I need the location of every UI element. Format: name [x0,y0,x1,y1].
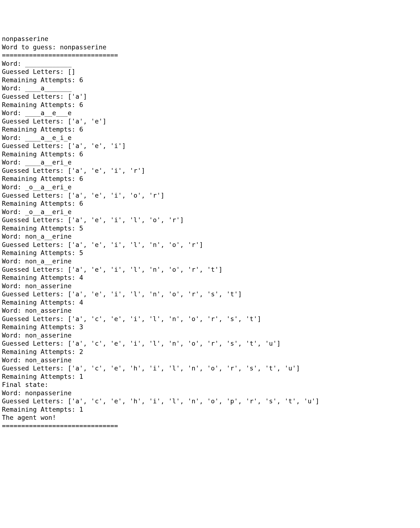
step-0-guessed: Guessed Letters: [] [2,68,418,76]
step-2-word: Word: ____a__e___e [2,109,418,117]
step-3-word: Word: ____a__e_i_e [2,134,418,142]
step-1-remaining: Remaining Attempts: 6 [2,101,418,109]
step-7-guessed: Guessed Letters: ['a', 'e', 'i', 'l', 'n… [2,241,418,249]
step-1-guessed: Guessed Letters: ['a'] [2,93,418,101]
step-10-word: Word: non_asserine [2,307,418,315]
step-2-remaining: Remaining Attempts: 6 [2,125,418,134]
step-12-guessed: Guessed Letters: ['a', 'c', 'e', 'h', 'i… [2,364,418,372]
final-guessed: Guessed Letters: ['a', 'c', 'e', 'h', 'i… [2,397,418,406]
step-8-guessed: Guessed Letters: ['a', 'e', 'i', 'l', 'n… [2,265,418,274]
step-12-word: Word: non_asserine [2,356,418,364]
step-6-word: Word: _o__a__eri_e [2,208,418,216]
step-6-guessed: Guessed Letters: ['a', 'e', 'i', 'l', 'o… [2,216,418,224]
final-remaining: Remaining Attempts: 1 [2,406,418,414]
step-9-guessed: Guessed Letters: ['a', 'e', 'i', 'l', 'n… [2,290,418,299]
step-11-guessed: Guessed Letters: ['a', 'c', 'e', 'i', 'l… [2,339,418,348]
step-1-word: Word: ____a_______ [2,84,418,93]
step-12-remaining: Remaining Attempts: 1 [2,372,418,381]
step-5-remaining: Remaining Attempts: 6 [2,200,418,208]
step-9-remaining: Remaining Attempts: 4 [2,299,418,307]
step-0-word: Word: ____________ [2,60,418,68]
final-word: Word: nonpasserine [2,389,418,397]
step-11-word: Word: non_asserine [2,331,418,340]
step-4-guessed: Guessed Letters: ['a', 'e', 'i', 'r'] [2,167,418,175]
step-5-word: Word: _o__a__eri_e [2,183,418,192]
step-10-guessed: Guessed Letters: ['a', 'c', 'e', 'i', 'l… [2,315,418,323]
divider: ============================== [2,51,418,60]
footer-divider: ============================== [2,422,418,430]
step-5-guessed: Guessed Letters: ['a', 'e', 'i', 'o', 'r… [2,192,418,200]
step-7-word: Word: non_a__erine [2,232,418,241]
step-0-remaining: Remaining Attempts: 6 [2,76,418,84]
step-6-remaining: Remaining Attempts: 5 [2,224,418,233]
step-2-guessed: Guessed Letters: ['a', 'e'] [2,117,418,126]
step-10-remaining: Remaining Attempts: 3 [2,323,418,331]
step-3-guessed: Guessed Letters: ['a', 'e', 'i'] [2,142,418,150]
step-4-remaining: Remaining Attempts: 6 [2,175,418,183]
step-8-remaining: Remaining Attempts: 4 [2,274,418,282]
step-11-remaining: Remaining Attempts: 2 [2,348,418,356]
final-heading: Final state: [2,381,418,389]
step-3-remaining: Remaining Attempts: 6 [2,150,418,158]
secret-word: nonpasserine [2,35,418,43]
result-line: The agent won! [2,414,418,422]
terminal-output: nonpasserineWord to guess: nonpasserine=… [2,35,418,430]
step-9-word: Word: non_asserine [2,282,418,290]
word-to-guess: Word to guess: nonpasserine [2,43,418,51]
step-8-word: Word: non_a__erine [2,257,418,265]
step-4-word: Word: ____a__eri_e [2,158,418,167]
step-7-remaining: Remaining Attempts: 5 [2,249,418,257]
